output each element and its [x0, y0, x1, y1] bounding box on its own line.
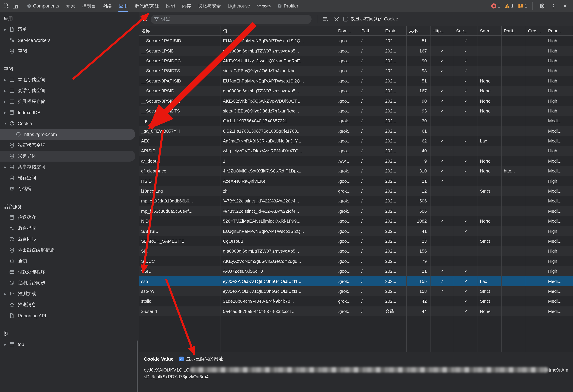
- cell-size[interactable]: 12: [407, 186, 430, 196]
- refresh-icon[interactable]: [142, 16, 149, 22]
- cell-http[interactable]: [430, 196, 454, 206]
- tab-recorder[interactable]: 记录器: [254, 0, 274, 12]
- cell-expires[interactable]: 202...: [383, 36, 407, 46]
- cell-priority[interactable]: High: [546, 146, 572, 156]
- cell-name[interactable]: __Secure-1PSID: [139, 46, 221, 56]
- cell-priority[interactable]: Medi...: [546, 296, 572, 306]
- cell-size[interactable]: 61: [407, 126, 430, 136]
- cell-path[interactable]: /: [359, 126, 383, 136]
- cell-cross[interactable]: [526, 116, 546, 126]
- cell-http[interactable]: ✓: [430, 56, 454, 66]
- cell-samesite[interactable]: Lax: [478, 136, 502, 146]
- cell-partition[interactable]: [502, 156, 526, 166]
- cell-partition[interactable]: [502, 286, 526, 296]
- sidebar-item-private-state-tokens[interactable]: 私密状态令牌: [0, 140, 139, 151]
- cookie-row-APISID[interactable]: APISIDwbq_ciyzOVPzDfqx/AssRBMr4YaXTQ....…: [139, 146, 573, 156]
- cookie-row-cf_clearance[interactable]: cf_clearance4Ir2ZuOMfQkSot0XIkl7.SQxRd.P…: [139, 166, 573, 176]
- cell-name[interactable]: __Secure-1PSIDCC: [139, 56, 221, 66]
- cell-name[interactable]: NID: [139, 216, 221, 226]
- cell-size[interactable]: 62: [407, 136, 430, 146]
- cell-secure[interactable]: [454, 126, 478, 136]
- cell-cross[interactable]: [526, 206, 546, 216]
- cell-expires[interactable]: 202...: [383, 216, 407, 226]
- cell-http[interactable]: ✓: [430, 46, 454, 56]
- column-header-partition[interactable]: Parti...: [502, 26, 526, 36]
- cell-size[interactable]: 90: [407, 96, 430, 106]
- cell-name[interactable]: APISID: [139, 146, 221, 156]
- cell-priority[interactable]: Medi...: [546, 116, 572, 126]
- cell-domain[interactable]: .goo...: [336, 216, 359, 226]
- cell-path[interactable]: /: [359, 216, 383, 226]
- cell-samesite[interactable]: [478, 246, 502, 256]
- cell-partition[interactable]: [502, 236, 526, 246]
- cell-secure[interactable]: ✓: [454, 106, 478, 116]
- cell-http[interactable]: ✓: [430, 176, 454, 186]
- cell-size[interactable]: 167: [407, 86, 430, 96]
- cell-name[interactable]: _ga_8FEWB057YH: [139, 126, 221, 136]
- cell-value[interactable]: %7B%22distinct_id%22%3A%220e4...: [221, 196, 336, 206]
- cell-name[interactable]: __Secure-3PSID: [139, 86, 221, 96]
- cookie-row-x-userid[interactable]: x-userid0e4cad8f-78e9-445f-8378-338ccc1.…: [139, 306, 573, 316]
- cell-cross[interactable]: [526, 286, 546, 296]
- cell-secure[interactable]: ✓: [454, 56, 478, 66]
- column-header-domain[interactable]: Dom...: [336, 26, 359, 36]
- cell-domain[interactable]: .goo...: [336, 86, 359, 96]
- cell-priority[interactable]: Medi...: [546, 206, 572, 216]
- cell-secure[interactable]: ✓: [454, 86, 478, 96]
- cell-size[interactable]: 23: [407, 236, 430, 246]
- cell-size[interactable]: 41: [407, 226, 430, 236]
- tab-lighthouse[interactable]: Lighthouse: [224, 0, 254, 12]
- console-error-badge[interactable]: ✕ 1: [491, 3, 500, 9]
- cell-http[interactable]: [430, 226, 454, 236]
- cell-cross[interactable]: [526, 96, 546, 106]
- cell-priority[interactable]: High: [546, 46, 572, 56]
- sidebar-item-bounce-tracking[interactable]: 跳出跟踪缓解措施: [0, 245, 139, 256]
- cell-http[interactable]: [430, 246, 454, 256]
- tab-sources[interactable]: 源代码/来源: [131, 0, 162, 12]
- sidebar-item-reporting-api[interactable]: Reporting API: [0, 310, 139, 321]
- cookie-row-i18nextLng[interactable]: i18nextLngzhgrok..../202...12StrictMedi.…: [139, 186, 573, 196]
- chevron-right-icon[interactable]: ▸: [3, 292, 8, 296]
- cell-value[interactable]: GA1.1.1907664040.1740657221: [221, 116, 336, 126]
- cell-samesite[interactable]: [478, 116, 502, 126]
- cell-samesite[interactable]: [478, 206, 502, 216]
- cell-samesite[interactable]: [478, 226, 502, 236]
- cell-expires[interactable]: 会话: [383, 306, 407, 316]
- cell-partition[interactable]: [502, 176, 526, 186]
- cell-secure[interactable]: ✓: [454, 266, 478, 276]
- cell-partition[interactable]: [502, 276, 526, 286]
- cell-cross[interactable]: [526, 236, 546, 246]
- cell-name[interactable]: ar_debug: [139, 156, 221, 166]
- cell-domain[interactable]: .grok...: [336, 196, 359, 206]
- column-header-http[interactable]: Http...: [430, 26, 454, 36]
- cell-partition[interactable]: [502, 306, 526, 316]
- cell-samesite[interactable]: None: [478, 76, 502, 86]
- cell-size[interactable]: 93: [407, 106, 430, 116]
- cell-cross[interactable]: [526, 176, 546, 186]
- cell-cross[interactable]: [526, 86, 546, 96]
- cell-http[interactable]: ✓: [430, 66, 454, 76]
- cookie-row-mp_f253c30d0a5c50e4f...[interactable]: mp_f253c30d0a5c50e4f...%7B%22distinct_id…: [139, 206, 573, 216]
- cell-secure[interactable]: [454, 256, 478, 266]
- cell-http[interactable]: [430, 186, 454, 196]
- cell-priority[interactable]: Medi...: [546, 136, 572, 146]
- cell-samesite[interactable]: None: [478, 306, 502, 316]
- cell-domain[interactable]: .goo...: [336, 56, 359, 66]
- cell-value[interactable]: 1: [221, 156, 336, 166]
- cell-http[interactable]: ✓: [430, 266, 454, 276]
- cell-partition[interactable]: [502, 296, 526, 306]
- cell-size[interactable]: 310: [407, 166, 430, 176]
- sidebar-item-cache-storage[interactable]: 缓存空间: [0, 173, 139, 183]
- cell-partition[interactable]: [502, 206, 526, 216]
- cell-expires[interactable]: 202...: [383, 226, 407, 236]
- cell-value[interactable]: wbq_ciyzOVPzDfqx/AssRBMr4YaXTQ...: [221, 146, 336, 156]
- cell-http[interactable]: [430, 146, 454, 156]
- cell-partition[interactable]: [502, 126, 526, 136]
- cell-cross[interactable]: [526, 156, 546, 166]
- cell-secure[interactable]: [454, 196, 478, 206]
- cell-samesite[interactable]: [478, 176, 502, 186]
- cell-path[interactable]: /: [359, 306, 383, 316]
- cell-size[interactable]: 158: [407, 286, 430, 296]
- tab-profiler[interactable]: Profiler: [274, 0, 302, 12]
- cell-domain[interactable]: .goo...: [336, 76, 359, 86]
